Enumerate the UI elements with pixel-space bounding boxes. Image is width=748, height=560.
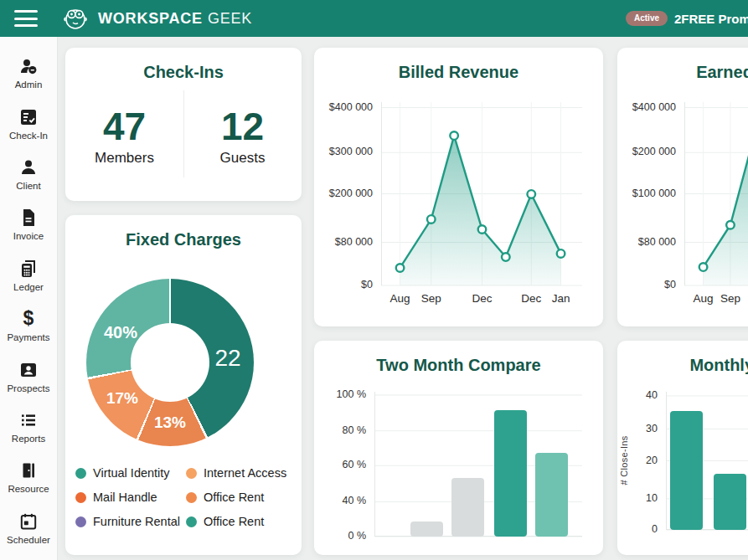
data-point-marker [557,249,565,258]
x-tick-label: Sep [720,292,740,305]
brand-light: GEEK [208,10,252,27]
chart-canvas [666,392,748,530]
card-title: Billed Revenue [314,48,603,82]
x-tick-label: Dec [472,292,492,305]
legend-color-dot [75,492,86,503]
sidebar-item-prospects[interactable]: Prospects [0,351,57,401]
data-point-marker [427,215,436,223]
legend-item: Internet Access [186,466,286,480]
y-tick-label: 0 % [348,530,366,542]
y-tick-label: 100 % [337,388,366,400]
sidebar-item-label: Scheduler [7,535,50,545]
legend-item: Furniture Rental [75,515,186,528]
members-label: Members [95,150,154,167]
x-tick-label: Dec [521,292,541,305]
y-tick-label: 10 [646,492,658,504]
chart-canvas [381,102,582,285]
invoice-icon [18,208,39,228]
sidebar-item-scheduler[interactable]: Scheduler [0,503,57,553]
card-title: Two Month Compare [314,341,603,375]
top-header: WORKSPACEGEEK Active 2FREE Promo Code [0,0,748,37]
reports-icon [18,410,39,430]
sidebar-item-check-in[interactable]: Check-In [0,98,57,148]
data-point-marker [699,263,708,271]
sidebar-item-label: Invoice [13,231,44,241]
sidebar-item-label: Prospects [7,383,49,393]
slice-label: 13% [154,414,186,432]
bar [451,478,484,537]
fixed-charges-donut-chart: 2240%17%13% [86,279,254,446]
members-stat: 47 Members [65,87,183,186]
status-badge: Active [626,11,668,26]
bar [410,521,443,537]
y-tick-label: $300 000 [329,146,373,157]
chart-plot [381,102,582,285]
card-title: Fixed Charges [65,215,302,249]
sidebar-item-reports[interactable]: Reports [0,402,57,452]
y-tick-label: 60 % [343,459,367,470]
earned-revenue-card: Earned Revenue $400 000$200 000$100 000$… [617,48,748,326]
sidebar-item-label: Ledger [13,282,44,292]
sidebar-item-label: Client [16,181,40,191]
x-tick-label: Aug [694,292,714,305]
chart-plot [374,392,582,537]
legend-color-dot [75,516,86,527]
card-title: Monthly Close-Ins [617,341,748,375]
divider [183,90,184,177]
dashboard-page: { "header": { "brand_bold": "WORKSPACE",… [0,0,748,560]
earned-revenue-line-chart: $400 000$200 000$100 000$80 000$0 AugSep [617,102,748,307]
bar [494,410,527,537]
y-tick-label: $80 000 [638,236,676,248]
two-month-compare-bar-chart: 100 %80 %60 %40 %0 % [314,392,603,537]
legend-item: Office Rent [186,515,286,528]
y-axis-labels: $400 000$300 000$200 000$80 000$0 [314,102,381,285]
hamburger-menu-icon[interactable] [14,10,38,27]
sidebar-item-invoice[interactable]: Invoice [0,199,57,249]
y-tick-label: $100 000 [632,188,676,199]
slice-label: 22 [214,345,240,372]
legend-item: Mail Handle [75,491,186,504]
legend-color-dot [75,468,86,479]
sidebar-item-label: Resource [8,484,49,494]
legend-label: Furniture Rental [93,515,180,528]
y-tick-label: $400 000 [329,101,373,113]
monthly-close-ins-bar-chart: # Close-Ins 403020100 [617,392,748,530]
chart-canvas [684,102,748,285]
data-point-marker [726,221,735,229]
legend-label: Office Rent [204,491,264,504]
card-title: Earned Revenue [617,48,748,82]
slice-label: 40% [104,323,137,342]
legend-item: Virtual Identity [75,466,186,480]
members-count: 47 [103,106,146,146]
guests-stat: 12 Guests [183,87,302,186]
guests-label: Guests [220,150,266,167]
legend-label: Internet Access [204,466,286,480]
y-tick-label: 0 [652,523,658,535]
sidebar-item-resource[interactable]: Resource [0,452,57,502]
scheduler-icon [18,511,39,532]
admin-icon [18,56,39,76]
payments-icon: $ [23,309,34,329]
x-tick-label: Jan [552,292,570,305]
legend-item: Office Rent [186,491,286,504]
legend-color-dot [186,492,197,503]
sidebar-item-payments[interactable]: $ Payments [0,301,57,351]
sidebar-item-admin[interactable]: Admin [0,48,57,98]
sidebar-item-client[interactable]: Client [0,149,57,199]
x-axis-labels: AugSepDecDecJan [381,285,582,307]
y-tick-label: $80 000 [335,236,373,248]
check-ins-card: Check-Ins 47 Members 12 Guests [65,48,302,201]
y-tick-label: 40 % [343,495,367,506]
chart-plot [684,102,748,285]
legend-color-dot [186,468,197,479]
slice-label: 17% [106,389,138,408]
ledger-icon [18,259,39,279]
data-point-marker [527,190,535,198]
fixed-charges-card: Fixed Charges 2240%17%13% Virtual Identi… [65,215,302,555]
card-title: Check-Ins [65,48,302,82]
x-axis-labels: AugSep [684,285,748,307]
y-tick-label: 80 % [343,424,367,436]
check-in-icon [18,107,39,127]
sidebar-item-ledger[interactable]: Ledger [0,250,57,301]
sidebar-item-label: Payments [7,332,49,342]
